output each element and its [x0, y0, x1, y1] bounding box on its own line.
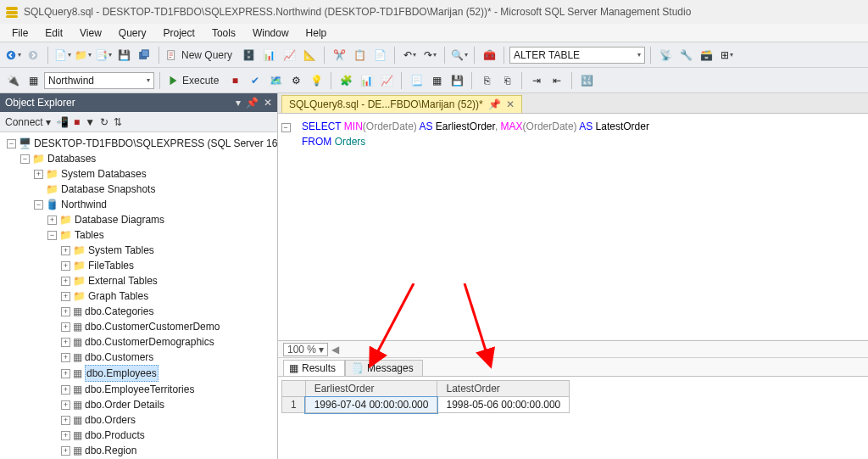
estimated-plan-icon[interactable]: 🗺️ [266, 71, 285, 90]
results-to-file-icon[interactable]: 💾 [448, 71, 466, 90]
menu-file[interactable]: File [3, 25, 36, 41]
outline-toggle-icon[interactable]: − [281, 123, 291, 132]
options-icon[interactable]: ⊞ [717, 46, 736, 64]
as-query-icon[interactable]: 📊 [259, 46, 278, 64]
expand-toggle[interactable]: + [61, 261, 70, 271]
tree-table[interactable]: dbo.Products [85, 428, 145, 443]
tree-filetables[interactable]: FileTables [88, 258, 134, 273]
tree-northwind[interactable]: Northwind [61, 197, 107, 212]
oe-stop-icon[interactable]: ■ [74, 116, 80, 128]
nav-forward-button[interactable] [24, 46, 42, 64]
available-db-icon[interactable]: ▦ [24, 71, 42, 90]
tree-server[interactable]: DESKTOP-TD1FBDO\SQLEXPRESS (SQL Server 1… [34, 136, 277, 151]
expand-toggle[interactable]: + [61, 307, 70, 316]
tree-system-databases[interactable]: System Databases [61, 166, 147, 182]
expand-toggle[interactable]: + [61, 385, 70, 395]
new-button[interactable]: 📄 [53, 46, 72, 64]
expand-toggle[interactable]: + [61, 353, 70, 362]
expand-toggle[interactable]: + [61, 431, 70, 440]
expand-toggle[interactable]: − [47, 231, 57, 240]
indent-icon[interactable]: ⇥ [527, 71, 546, 90]
copy-button[interactable]: 📋 [350, 46, 369, 64]
expand-toggle[interactable]: + [61, 322, 70, 332]
intellisense-icon[interactable]: 💡 [307, 71, 326, 90]
expand-toggle[interactable]: + [47, 216, 57, 225]
db-engine-query-icon[interactable]: 🗄️ [239, 46, 258, 64]
menu-view[interactable]: View [71, 25, 110, 41]
expand-toggle[interactable]: + [61, 369, 70, 378]
panel-dropdown-icon[interactable]: ▾ [236, 97, 241, 109]
tree-table[interactable]: dbo.CustomerDemographics [85, 334, 214, 350]
redo-button[interactable]: ↷ [420, 46, 439, 64]
outdent-icon[interactable]: ⇤ [548, 71, 566, 90]
cut-button[interactable]: ✂️ [330, 46, 348, 64]
activity-monitor-icon[interactable]: 📡 [656, 46, 675, 64]
zoom-scroll-left-icon[interactable]: ◀ [331, 344, 339, 355]
paste-button[interactable]: 📄 [370, 46, 389, 64]
expand-toggle[interactable]: + [61, 338, 70, 347]
expand-toggle[interactable]: + [61, 416, 70, 425]
tree-system-tables[interactable]: System Tables [88, 243, 154, 258]
table-row[interactable]: 1 1996-07-04 00:00:00.000 1998-05-06 00:… [282, 397, 570, 413]
tree-table[interactable]: dbo.Customers [85, 350, 153, 365]
undo-button[interactable]: ↶ [400, 46, 419, 64]
results-grid[interactable]: EarliestOrder LatestOrder 1 1996-07-04 0… [278, 377, 868, 459]
panel-pin-icon[interactable]: 📌 [246, 97, 259, 109]
expand-toggle[interactable]: + [61, 246, 70, 255]
parse-button[interactable]: ✔ [246, 71, 264, 90]
live-stats-icon[interactable]: 📊 [357, 71, 376, 90]
oe-activity-icon[interactable]: ⇅ [114, 116, 122, 128]
uncomment-icon[interactable]: ⎗ [498, 71, 516, 90]
change-connection-icon[interactable]: 🔌 [3, 71, 22, 90]
query-options-icon[interactable]: ⚙ [287, 71, 305, 90]
expand-toggle[interactable]: + [61, 292, 70, 301]
menu-project[interactable]: Project [155, 25, 203, 41]
tree-databases[interactable]: Databases [47, 151, 96, 166]
tree-table-selected[interactable]: dbo.Employees [85, 365, 159, 382]
menu-tools[interactable]: Tools [203, 25, 244, 41]
save-button[interactable]: 💾 [114, 46, 133, 64]
pin-icon[interactable]: 📌 [488, 98, 501, 110]
nav-back-button[interactable] [3, 46, 22, 64]
object-explorer-tree[interactable]: −🖥️DESKTOP-TD1FBDO\SQLEXPRESS (SQL Serve… [0, 132, 277, 459]
menu-help[interactable]: Help [298, 25, 336, 41]
expand-toggle[interactable]: + [61, 400, 70, 410]
menu-query[interactable]: Query [110, 25, 155, 41]
execute-button[interactable]: Execute [165, 75, 224, 87]
tree-snapshots[interactable]: Database Snapshots [61, 182, 155, 197]
menu-edit[interactable]: Edit [36, 25, 71, 41]
expand-toggle[interactable]: + [61, 277, 70, 286]
open-button[interactable]: 📁 [74, 46, 92, 64]
registered-servers-icon[interactable]: 🗃️ [697, 46, 715, 64]
add-item-button[interactable]: 📑 [94, 46, 113, 64]
col-header[interactable]: LatestOrder [437, 381, 570, 397]
comment-icon[interactable]: ⎘ [477, 71, 496, 90]
tree-table[interactable]: dbo.Categories [85, 304, 153, 319]
sql-editor[interactable]: − SELECT MIN(OrderDate) AS EarliestOrder… [278, 114, 868, 340]
tree-tables[interactable]: Tables [75, 227, 104, 243]
expand-toggle[interactable]: − [20, 154, 30, 164]
wrench-icon[interactable]: 🔧 [676, 46, 695, 64]
oe-disconnect-icon[interactable]: 📲 [56, 116, 69, 128]
document-tab[interactable]: SQLQuery8.sql - DE...FBDO\Marijan (52))*… [281, 95, 522, 113]
tree-table[interactable]: dbo.Order Details [85, 397, 164, 412]
panel-close-icon[interactable]: ✕ [264, 97, 272, 109]
connect-dropdown[interactable]: Connect ▾ [5, 116, 51, 128]
menu-window[interactable]: Window [244, 25, 298, 41]
database-combo[interactable]: Northwind [44, 72, 154, 89]
tree-table[interactable]: dbo.EmployeeTerritories [85, 382, 194, 397]
results-to-text-icon[interactable]: 📃 [407, 71, 426, 90]
cancel-query-button[interactable]: ■ [225, 71, 244, 90]
new-query-button[interactable]: New Query [164, 49, 237, 61]
find-button[interactable]: 🔍 [450, 46, 469, 64]
tree-table[interactable]: dbo.Orders [85, 412, 136, 428]
close-icon[interactable]: ✕ [506, 98, 515, 110]
zoom-combo[interactable]: 100 % ▾ [283, 343, 328, 356]
cell-latest[interactable]: 1998-05-06 00:00:00.000 [437, 397, 570, 413]
col-header[interactable]: EarliestOrder [305, 381, 437, 397]
oe-filter-icon[interactable]: ▼ [85, 116, 95, 128]
tree-table[interactable]: dbo.CustomerCustomerDemo [85, 319, 220, 334]
oe-refresh-icon[interactable]: ↻ [100, 116, 108, 128]
expand-toggle[interactable]: + [61, 446, 70, 456]
tree-graph-tables[interactable]: Graph Tables [88, 288, 148, 304]
